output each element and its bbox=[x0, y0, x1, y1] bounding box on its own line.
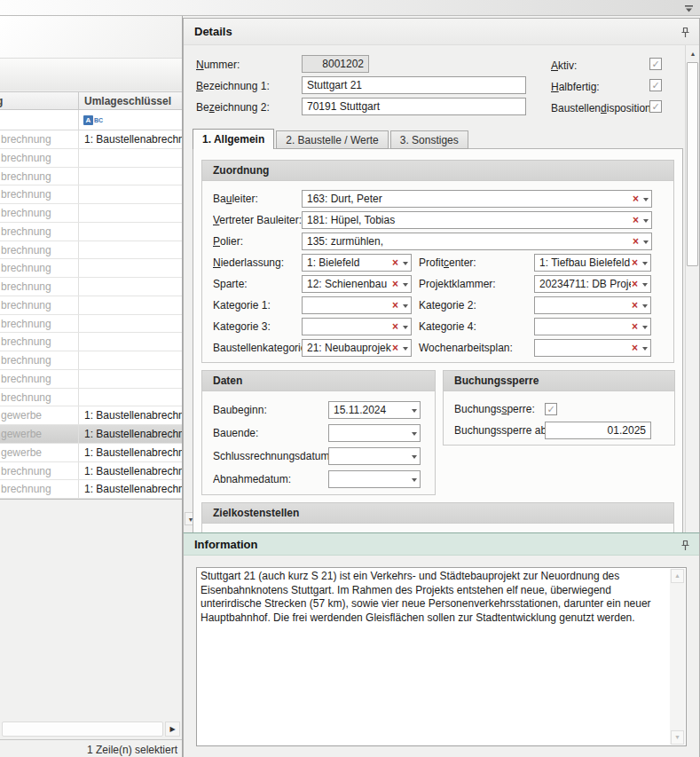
table-row[interactable]: brechnung 1: Baustellenabrechnun bbox=[0, 130, 182, 149]
kategorie4-combo[interactable]: × bbox=[534, 318, 651, 335]
clear-icon[interactable]: × bbox=[632, 297, 638, 313]
clear-icon[interactable]: × bbox=[392, 319, 398, 335]
tab-baustelle-werte[interactable]: 2. Baustelle / Werte bbox=[276, 130, 389, 149]
dropdown-arrow-icon[interactable] bbox=[408, 450, 420, 462]
table-row[interactable]: brechnung bbox=[0, 296, 182, 315]
baubeginn-datepicker[interactable]: 15.11.2024 bbox=[328, 401, 421, 419]
table-row[interactable]: brechnung bbox=[0, 241, 182, 260]
table-row[interactable]: brechnung bbox=[0, 168, 182, 186]
halbfertig-checkbox[interactable] bbox=[649, 79, 662, 91]
dropdown-arrow-icon[interactable] bbox=[408, 427, 420, 439]
dropdown-arrow-icon[interactable] bbox=[399, 299, 411, 311]
pin-icon[interactable] bbox=[680, 540, 690, 551]
bauende-datepicker[interactable] bbox=[328, 424, 421, 442]
table-row[interactable]: brechnung bbox=[0, 333, 182, 351]
clear-icon[interactable]: × bbox=[633, 233, 639, 249]
tab-strip: 1. Allgemein 2. Baustelle / Werte 3. Son… bbox=[193, 129, 470, 149]
bauleiter-combo[interactable]: 163: Durt, Peter × bbox=[302, 190, 652, 208]
scrollbar-thumb[interactable] bbox=[687, 62, 698, 266]
clear-icon[interactable]: × bbox=[632, 340, 638, 356]
table-row[interactable]: brechnung bbox=[0, 259, 182, 278]
collapse-ribbon-icon[interactable] bbox=[684, 4, 694, 12]
scroll-up-arrow-icon[interactable]: ▲ bbox=[687, 47, 699, 60]
schlussrechnungsdatum-datepicker[interactable] bbox=[328, 447, 421, 465]
horizontal-scrollbar[interactable] bbox=[2, 722, 163, 737]
dropdown-arrow-icon[interactable] bbox=[399, 256, 411, 269]
table-row[interactable]: brechnung bbox=[0, 315, 182, 334]
bezeichnung1-field[interactable]: Stuttgart 21 bbox=[302, 76, 526, 94]
wochenarbeitsplan-combo[interactable]: × bbox=[534, 339, 651, 357]
clear-icon[interactable]: × bbox=[392, 255, 398, 271]
kategorie1-combo[interactable]: × bbox=[302, 296, 412, 314]
table-row[interactable]: brechnung bbox=[0, 389, 182, 407]
table-row[interactable]: gewerbe 1: Baustellenabrechnun bbox=[0, 444, 182, 462]
dropdown-arrow-icon[interactable] bbox=[639, 320, 650, 333]
aktiv-checkbox[interactable] bbox=[649, 58, 662, 70]
clear-icon[interactable]: × bbox=[632, 276, 638, 292]
baustellendisposition-checkbox[interactable] bbox=[649, 100, 662, 113]
dropdown-arrow-icon[interactable] bbox=[640, 235, 651, 248]
dropdown-arrow-icon[interactable] bbox=[399, 320, 411, 333]
scroll-right-arrow-icon[interactable]: ▶ bbox=[165, 722, 180, 737]
bezeichnung2-field[interactable]: 70191 Stuttgart bbox=[302, 98, 526, 115]
baustellenkategorie-combo[interactable]: 21: Neubauprojekte × bbox=[302, 339, 412, 357]
kategorie3-combo[interactable]: × bbox=[302, 318, 412, 335]
dropdown-arrow-icon[interactable] bbox=[408, 404, 420, 416]
filter-cell-col1[interactable] bbox=[0, 110, 79, 130]
column-header-umlageschluessel[interactable]: Umlageschlüssel bbox=[79, 92, 182, 109]
table-row[interactable]: gewerbe 1: Baustellenabrechnun bbox=[0, 406, 182, 425]
table-row[interactable]: brechnung bbox=[0, 278, 182, 296]
buchungssperre-ab-field[interactable]: 01.2025 bbox=[545, 422, 651, 439]
column-header-clipped[interactable]: g bbox=[0, 92, 79, 109]
table-row[interactable]: brechnung 1: Baustellenabrechnun bbox=[0, 480, 182, 499]
sparte-combo[interactable]: 12: Schienenbau × bbox=[302, 275, 412, 293]
information-memo[interactable]: Stuttgart 21 (auch kurz S 21) ist ein Ve… bbox=[196, 567, 687, 746]
clear-icon[interactable]: × bbox=[392, 297, 398, 313]
cell-umlageschluessel bbox=[79, 370, 182, 388]
details-vertical-scrollbar[interactable]: ▲ bbox=[685, 45, 699, 532]
cell-umlageschluessel bbox=[79, 204, 182, 222]
dropdown-arrow-icon[interactable] bbox=[399, 278, 411, 290]
table-row[interactable]: brechnung bbox=[0, 185, 182, 204]
abnahmedatum-datepicker[interactable] bbox=[328, 470, 421, 488]
table-row[interactable]: brechnung bbox=[0, 351, 182, 370]
table-row[interactable]: brechnung bbox=[0, 223, 182, 241]
dropdown-arrow-icon[interactable] bbox=[408, 473, 420, 485]
dropdown-arrow-icon[interactable] bbox=[639, 278, 650, 290]
pin-icon[interactable] bbox=[680, 27, 690, 38]
clear-icon[interactable]: × bbox=[633, 212, 639, 228]
dropdown-arrow-icon[interactable] bbox=[399, 342, 411, 354]
tab-allgemein[interactable]: 1. Allgemein bbox=[193, 129, 274, 149]
table-row[interactable]: brechnung 1: Baustellenabrechnun bbox=[0, 462, 182, 481]
clear-icon[interactable]: × bbox=[392, 340, 398, 356]
table-row[interactable]: gewerbe 1: Baustellenabrechnun bbox=[0, 425, 182, 444]
memo-scrollbar[interactable]: ▲ ▼ bbox=[670, 569, 685, 745]
buchungssperre-groupbox: Buchungssperre Buchungssperre: Buchungss… bbox=[443, 370, 675, 446]
kategorie2-combo[interactable]: × bbox=[534, 296, 651, 314]
dropdown-arrow-icon[interactable] bbox=[639, 299, 650, 311]
buchungssperre-checkbox[interactable] bbox=[545, 403, 557, 415]
nummer-field[interactable]: 8001202 bbox=[302, 55, 369, 73]
dropdown-arrow-icon[interactable] bbox=[639, 342, 650, 354]
scroll-up-arrow-icon[interactable]: ▲ bbox=[671, 569, 684, 583]
dropdown-arrow-icon[interactable] bbox=[640, 193, 651, 205]
clear-icon[interactable]: × bbox=[632, 319, 638, 335]
filter-cell-col2[interactable]: ABC bbox=[79, 110, 182, 130]
niederlassung-combo[interactable]: 1: Bielefeld × bbox=[302, 254, 412, 272]
vertreter-bauleiter-combo[interactable]: 181: Hüpel, Tobias × bbox=[302, 211, 652, 229]
tab-sonstiges[interactable]: 3. Sonstiges bbox=[390, 130, 468, 149]
scroll-down-arrow-icon[interactable]: ▼ bbox=[671, 730, 684, 745]
polier-combo[interactable]: 135: zurmühlen, × bbox=[302, 233, 652, 250]
dropdown-arrow-icon[interactable] bbox=[640, 214, 651, 226]
vertreter-bauleiter-label: Vertreter Bauleiter: bbox=[213, 214, 302, 226]
clear-icon[interactable]: × bbox=[632, 255, 638, 271]
profitcenter-combo[interactable]: 1: Tiefbau Bielefeld × bbox=[534, 254, 651, 272]
table-row[interactable]: brechnung bbox=[0, 370, 182, 389]
daten-groupbox: Daten Baubeginn: 15.11.2024 Bauende: bbox=[201, 370, 436, 495]
table-row[interactable]: brechnung bbox=[0, 204, 182, 223]
clear-icon[interactable]: × bbox=[633, 191, 639, 207]
clear-icon[interactable]: × bbox=[392, 276, 398, 292]
dropdown-arrow-icon[interactable] bbox=[639, 256, 650, 269]
projektklammer-combo[interactable]: 20234711: DB Projekt × bbox=[534, 275, 651, 293]
table-row[interactable]: brechnung bbox=[0, 149, 182, 168]
